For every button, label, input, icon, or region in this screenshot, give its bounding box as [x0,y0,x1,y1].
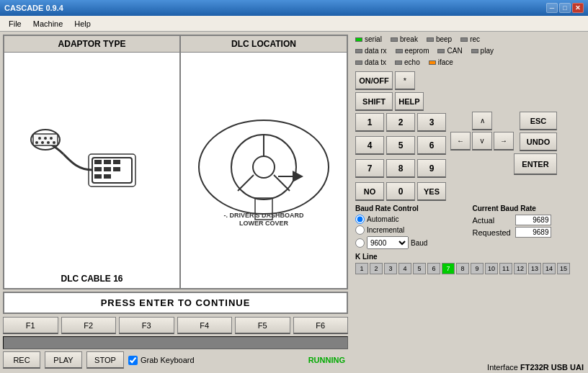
shift-button[interactable]: SHIFT [355,92,393,111]
f3-button[interactable]: F3 [119,317,174,334]
press-enter-bar: PRESS ENTER TO CONTINUE [3,292,348,314]
led-echo [395,60,402,65]
play-button[interactable]: PLAY [45,351,82,369]
onoff-button[interactable]: ON/OFF [355,71,393,90]
status-eeprom: eeprom [396,47,429,55]
svg-text:LOWER COVER: LOWER COVER [239,220,289,227]
kline-btn-13[interactable]: 13 [528,263,541,274]
menu-file[interactable]: File [3,18,27,30]
up-arrow-button[interactable]: ∧ [472,112,492,130]
num4-button[interactable]: 4 [355,136,384,155]
yes-button[interactable]: YES [417,182,446,201]
left-arrow-button[interactable]: ← [450,132,471,150]
minimize-button[interactable]: ─ [546,3,558,13]
right-arrow-button[interactable]: → [494,132,514,150]
title-text: CASCADE 0.9.4 [4,4,63,12]
enter-button[interactable]: ENTER [514,153,557,175]
fkey-row: F1 F2 F3 F4 F5 F6 [3,314,348,336]
num2-button[interactable]: 2 [386,113,415,132]
kline-btn-2[interactable]: 2 [370,263,383,274]
svg-line-23 [238,175,254,191]
help-button[interactable]: HELP [395,92,424,111]
kline-btn-3[interactable]: 3 [384,263,397,274]
requested-label: Requested [473,228,512,237]
num3-button[interactable]: 3 [417,113,446,132]
esc-button[interactable]: ESC [520,112,557,130]
kline-btn-15[interactable]: 15 [557,263,570,274]
maximize-button[interactable]: □ [559,3,571,13]
title-bar-buttons: ─ □ ✕ [546,3,584,13]
kline-btn-11[interactable]: 11 [499,263,512,274]
label-datatx: data tx [365,58,386,66]
num8-button[interactable]: 8 [386,159,415,178]
kline-btn-8[interactable]: 8 [456,263,469,274]
kline-btn-10[interactable]: 10 [485,263,498,274]
rec-button[interactable]: REC [3,351,40,369]
svg-rect-3 [113,160,120,164]
f2-button[interactable]: F2 [61,317,117,334]
baud-select[interactable]: 9600 4800 19200 38400 [367,236,409,249]
led-beep [427,37,434,42]
kline-btn-4[interactable]: 4 [398,263,411,274]
running-status: RUNNING [308,356,348,364]
grab-keyboard-checkbox[interactable] [128,356,138,365]
zero-button[interactable]: 0 [386,182,415,201]
kline-btn-5[interactable]: 5 [413,263,426,274]
kline-btn-12[interactable]: 12 [514,263,527,274]
baud-section: Baud Rate Control Automatic Incremental … [355,205,584,249]
star-button[interactable]: * [395,71,415,90]
status-echo: echo [395,58,420,66]
num5-button[interactable]: 5 [386,136,415,155]
label-play: play [481,47,494,55]
current-baud-title: Current Baud Rate [473,205,584,212]
status-datatx: data tx [355,58,386,66]
kline-btn-7[interactable]: 7 [442,263,455,274]
numpad-row2: 4 5 6 [355,136,446,155]
num9-button[interactable]: 9 [417,159,446,178]
baud-automatic-radio[interactable] [355,215,365,224]
status-play: play [471,47,494,55]
baud-incremental-radio[interactable] [355,225,365,235]
num6-button[interactable]: 6 [417,136,446,155]
no-button[interactable]: NO [355,182,384,201]
interface-footer: Interface FT232R USB UAI [487,363,584,372]
label-break: break [400,35,418,43]
f5-button[interactable]: F5 [235,317,290,334]
svg-text:-. DRIVER'S DASHBOARD: -. DRIVER'S DASHBOARD [223,212,304,219]
numpad-row3: 7 8 9 [355,159,446,178]
status-row-3: data tx echo iface [355,58,584,67]
f4-button[interactable]: F4 [177,317,233,334]
baud-automatic-item[interactable]: Automatic [355,215,467,224]
svg-rect-1 [94,160,102,164]
num1-button[interactable]: 1 [355,113,384,132]
menu-machine[interactable]: Machine [27,18,69,30]
stop-button[interactable]: STOP [86,351,124,369]
baud-custom-radio[interactable] [355,238,365,248]
kline-btn-14[interactable]: 14 [543,263,556,274]
menu-help[interactable]: Help [68,18,97,30]
kline-btn-1[interactable]: 1 [355,263,368,274]
no-yes-row: NO 0 YES [355,182,446,201]
grab-keyboard-label[interactable]: Grab Keyboard [128,356,195,365]
kline-btn-6[interactable]: 6 [427,263,440,274]
actual-baud-row: Actual 9689 [473,215,584,225]
svg-point-21 [253,156,275,178]
left-panel: ADAPTOR TYPE [0,32,351,373]
f1-button[interactable]: F1 [3,317,58,334]
status-rec: rec [460,35,480,43]
baud-incremental-item[interactable]: Incremental [355,225,467,235]
num7-button[interactable]: 7 [355,159,384,178]
baud-automatic-label: Automatic [367,215,398,223]
baud-right: Current Baud Rate Actual 9689 Requested … [473,205,584,249]
svg-point-16 [47,141,50,144]
adaptor-header: ADAPTOR TYPE [4,36,179,53]
actual-label: Actual [473,216,512,225]
dlc-image: -. DRIVER'S DASHBOARD LOWER COVER [181,53,347,288]
close-button[interactable]: ✕ [572,3,584,13]
f6-button[interactable]: F6 [293,317,349,334]
kline-btn-9[interactable]: 9 [471,263,484,274]
svg-rect-7 [94,174,102,179]
down-arrow-button[interactable]: v [472,132,492,150]
undo-button[interactable]: UNDO [520,132,557,151]
title-bar: CASCADE 0.9.4 ─ □ ✕ [0,0,588,16]
